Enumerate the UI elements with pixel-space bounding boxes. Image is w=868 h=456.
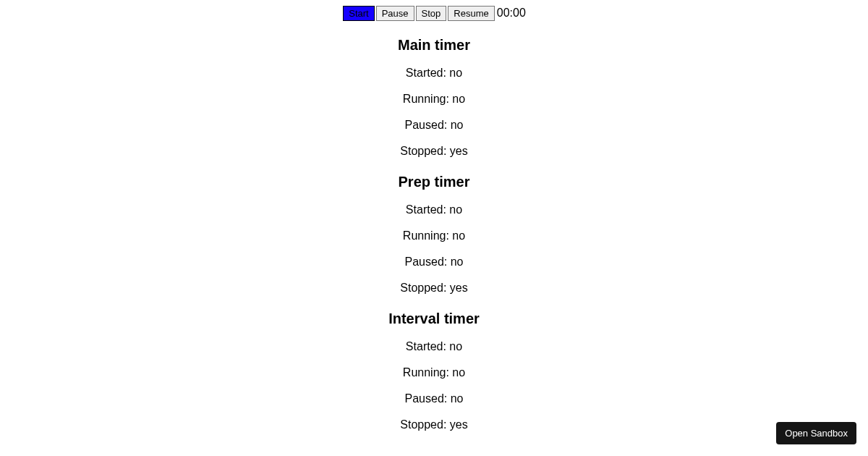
main-timer-started: Started: no: [0, 67, 868, 80]
main-timer-stopped: Stopped: yes: [0, 145, 868, 158]
interval-timer-paused: Paused: no: [0, 392, 868, 405]
pause-button[interactable]: Pause: [376, 6, 414, 21]
main-timer-running: Running: no: [0, 93, 868, 106]
start-button[interactable]: Start: [343, 6, 374, 21]
prep-timer-running: Running: no: [0, 229, 868, 242]
interval-timer-title: Interval timer: [0, 311, 868, 327]
timer-display: 00:00: [497, 7, 526, 19]
app-root: StartPauseStopResume00:00 Main timer Sta…: [0, 0, 868, 431]
open-sandbox-button[interactable]: Open Sandbox: [776, 422, 856, 444]
interval-timer-running: Running: no: [0, 366, 868, 379]
interval-timer-stopped: Stopped: yes: [0, 418, 868, 431]
prep-timer-paused: Paused: no: [0, 256, 868, 269]
main-timer-paused: Paused: no: [0, 119, 868, 132]
prep-timer-title: Prep timer: [0, 174, 868, 190]
prep-timer-started: Started: no: [0, 203, 868, 216]
stop-button[interactable]: Stop: [416, 6, 447, 21]
timer-controls: StartPauseStopResume00:00: [342, 6, 526, 21]
resume-button[interactable]: Resume: [448, 6, 494, 21]
prep-timer-stopped: Stopped: yes: [0, 282, 868, 295]
main-timer-title: Main timer: [0, 37, 868, 54]
interval-timer-started: Started: no: [0, 340, 868, 353]
